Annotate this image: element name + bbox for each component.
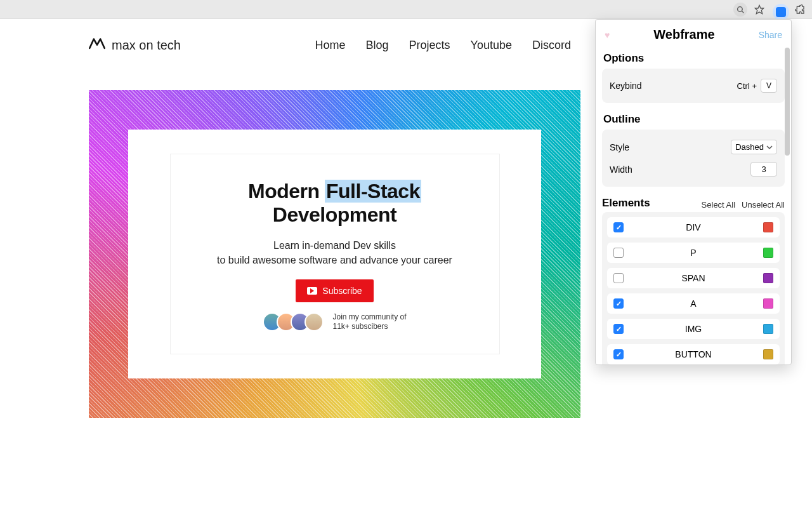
hero-subtitle-line1: Learn in-demand Dev skills xyxy=(273,240,396,251)
main-nav: Home Blog Projects Youtube Discord xyxy=(315,39,571,52)
element-row: BUTTON xyxy=(607,344,780,364)
style-select[interactable]: Dashed xyxy=(731,140,777,154)
element-checkbox[interactable] xyxy=(613,324,624,334)
outline-heading: Outline xyxy=(602,109,785,130)
webframe-extension-icon[interactable] xyxy=(773,4,789,20)
width-input[interactable]: 3 xyxy=(750,162,777,177)
element-row: A xyxy=(607,293,780,314)
element-row: IMG xyxy=(607,319,780,339)
element-checkbox[interactable] xyxy=(613,298,624,309)
element-label: SPAN xyxy=(624,273,763,283)
svg-marker-2 xyxy=(755,5,763,13)
element-row: P xyxy=(607,243,780,263)
heart-icon[interactable]: ♥ xyxy=(605,30,610,40)
element-color-swatch[interactable] xyxy=(763,273,773,283)
hero-white-panel: Modern Full-Stack Development Learn in-d… xyxy=(128,130,541,378)
site-logo[interactable]: max on tech xyxy=(89,37,181,53)
avatar-stack xyxy=(263,312,324,331)
element-color-swatch[interactable] xyxy=(763,349,773,359)
hero-title-post: Development xyxy=(273,203,396,226)
element-checkbox[interactable] xyxy=(613,349,624,359)
youtube-icon xyxy=(307,287,317,295)
keybind-key-input[interactable]: V xyxy=(761,79,777,93)
element-checkbox[interactable] xyxy=(613,248,624,258)
share-link[interactable]: Share xyxy=(759,30,782,40)
style-label: Style xyxy=(610,142,629,152)
nav-youtube[interactable]: Youtube xyxy=(471,39,512,52)
element-color-swatch[interactable] xyxy=(763,222,773,232)
hero-card: Modern Full-Stack Development Learn in-d… xyxy=(170,154,500,354)
avatar xyxy=(304,312,324,331)
hero-title: Modern Full-Stack Development xyxy=(190,180,480,227)
element-label: BUTTON xyxy=(624,349,763,359)
hero-subtitle: Learn in-demand Dev skills to build awes… xyxy=(190,238,480,267)
elements-heading: Elements xyxy=(602,197,650,210)
element-label: DIV xyxy=(624,222,763,232)
unselect-all-link[interactable]: Unselect All xyxy=(742,200,785,210)
subscribe-button[interactable]: Subscribe xyxy=(296,279,373,302)
svg-line-1 xyxy=(742,11,743,13)
nav-blog[interactable]: Blog xyxy=(366,39,389,52)
browser-chrome-bar xyxy=(0,0,812,19)
element-color-swatch[interactable] xyxy=(763,298,773,309)
element-color-swatch[interactable] xyxy=(763,324,773,334)
element-checkbox[interactable] xyxy=(613,222,624,232)
subscribe-label: Subscribe xyxy=(322,286,362,296)
elements-list: DIVPSPANAIMGBUTTON xyxy=(602,212,785,365)
community-line1: Join my community of xyxy=(332,312,406,321)
options-heading: Options xyxy=(602,48,785,69)
logo-mark-icon xyxy=(89,37,105,53)
hero-title-pre: Modern xyxy=(248,180,325,203)
hero-subtitle-line2: to build awesome software and advance yo… xyxy=(217,255,452,265)
community-line2: 11k+ subscibers xyxy=(332,322,388,331)
keybind-label: Keybind xyxy=(610,81,642,91)
select-all-link[interactable]: Select All xyxy=(702,200,735,210)
element-color-swatch[interactable] xyxy=(763,248,773,258)
element-label: IMG xyxy=(624,324,763,334)
hero-gradient-frame: Modern Full-Stack Development Learn in-d… xyxy=(89,90,580,418)
webframe-panel: ♥ Webframe Share Options Keybind Ctrl + … xyxy=(595,19,792,365)
svg-point-0 xyxy=(737,6,742,11)
element-label: P xyxy=(624,248,763,258)
style-value: Dashed xyxy=(735,142,764,152)
hero-title-highlight: Full-Stack xyxy=(325,180,421,203)
chevron-down-icon xyxy=(766,144,773,150)
extensions-puzzle-icon[interactable] xyxy=(793,3,807,17)
element-label: A xyxy=(624,298,763,309)
nav-discord[interactable]: Discord xyxy=(532,39,571,52)
logo-text: max on tech xyxy=(112,38,181,53)
keybind-prefix: Ctrl + xyxy=(737,81,757,91)
zoom-icon[interactable] xyxy=(733,3,747,17)
nav-home[interactable]: Home xyxy=(315,39,345,52)
width-label: Width xyxy=(610,164,632,175)
community-text: Join my community of 11k+ subscibers xyxy=(332,312,406,332)
panel-title: Webframe xyxy=(610,27,758,42)
nav-projects[interactable]: Projects xyxy=(409,39,450,52)
bookmark-star-icon[interactable] xyxy=(752,3,766,17)
community-row: Join my community of 11k+ subscibers xyxy=(190,312,480,332)
element-row: DIV xyxy=(607,217,780,237)
element-row: SPAN xyxy=(607,268,780,288)
element-checkbox[interactable] xyxy=(613,273,624,283)
